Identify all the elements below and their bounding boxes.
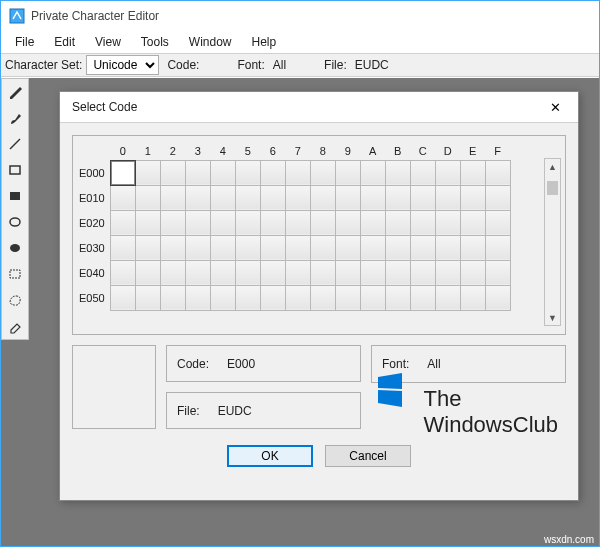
menu-window[interactable]: Window	[179, 33, 242, 51]
grid-cell[interactable]	[435, 210, 460, 235]
grid-cell[interactable]	[160, 285, 185, 310]
grid-cell[interactable]	[260, 260, 285, 285]
grid-cell[interactable]	[235, 160, 260, 185]
grid-cell[interactable]	[335, 285, 360, 310]
grid-cell[interactable]	[210, 235, 235, 260]
grid-cell[interactable]	[485, 260, 510, 285]
grid-cell[interactable]	[460, 285, 485, 310]
grid-cell[interactable]	[410, 210, 435, 235]
grid-cell[interactable]	[235, 210, 260, 235]
tool-ellipse-fill[interactable]	[2, 235, 28, 261]
grid-cell[interactable]	[410, 235, 435, 260]
grid-cell[interactable]	[285, 285, 310, 310]
grid-cell[interactable]	[135, 210, 160, 235]
grid-cell[interactable]	[135, 260, 160, 285]
grid-cell[interactable]	[110, 260, 135, 285]
tool-select-rect[interactable]	[2, 261, 28, 287]
grid-cell[interactable]	[235, 260, 260, 285]
grid-cell[interactable]	[460, 160, 485, 185]
grid-cell[interactable]	[335, 235, 360, 260]
grid-cell[interactable]	[310, 160, 335, 185]
grid-cell[interactable]	[210, 260, 235, 285]
grid-cell[interactable]	[310, 235, 335, 260]
grid-cell[interactable]	[110, 235, 135, 260]
grid-cell[interactable]	[335, 210, 360, 235]
grid-cell[interactable]	[435, 260, 460, 285]
grid-cell[interactable]	[360, 285, 385, 310]
grid-cell[interactable]	[385, 185, 410, 210]
grid-cell[interactable]	[160, 160, 185, 185]
grid-cell[interactable]	[310, 260, 335, 285]
menu-edit[interactable]: Edit	[44, 33, 85, 51]
grid-cell[interactable]	[110, 160, 135, 185]
grid-cell[interactable]	[185, 210, 210, 235]
grid-cell[interactable]	[110, 185, 135, 210]
tool-pencil[interactable]	[2, 79, 28, 105]
grid-cell[interactable]	[335, 160, 360, 185]
grid-cell[interactable]	[285, 185, 310, 210]
grid-cell[interactable]	[210, 210, 235, 235]
grid-cell[interactable]	[410, 185, 435, 210]
tool-brush[interactable]	[2, 105, 28, 131]
grid-cell[interactable]	[435, 160, 460, 185]
grid-cell[interactable]	[435, 185, 460, 210]
scroll-thumb[interactable]	[547, 181, 558, 195]
grid-cell[interactable]	[360, 260, 385, 285]
scroll-down-icon[interactable]: ▼	[545, 310, 560, 325]
grid-cell[interactable]	[460, 235, 485, 260]
grid-cell[interactable]	[160, 260, 185, 285]
tool-ellipse-outline[interactable]	[2, 209, 28, 235]
cancel-button[interactable]: Cancel	[325, 445, 411, 467]
grid-cell[interactable]	[360, 185, 385, 210]
grid-cell[interactable]	[460, 185, 485, 210]
ok-button[interactable]: OK	[227, 445, 313, 467]
grid-cell[interactable]	[260, 285, 285, 310]
grid-cell[interactable]	[160, 185, 185, 210]
grid-cell[interactable]	[185, 160, 210, 185]
grid-cell[interactable]	[235, 185, 260, 210]
grid-cell[interactable]	[210, 160, 235, 185]
grid-cell[interactable]	[135, 160, 160, 185]
grid-cell[interactable]	[410, 285, 435, 310]
tool-rect-outline[interactable]	[2, 157, 28, 183]
grid-cell[interactable]	[285, 260, 310, 285]
scroll-up-icon[interactable]: ▲	[545, 159, 560, 174]
grid-cell[interactable]	[310, 285, 335, 310]
grid-cell[interactable]	[385, 235, 410, 260]
grid-cell[interactable]	[160, 235, 185, 260]
menu-help[interactable]: Help	[242, 33, 287, 51]
grid-cell[interactable]	[435, 285, 460, 310]
grid-cell[interactable]	[460, 210, 485, 235]
grid-cell[interactable]	[260, 185, 285, 210]
grid-cell[interactable]	[410, 160, 435, 185]
grid-cell[interactable]	[110, 210, 135, 235]
grid-cell[interactable]	[485, 235, 510, 260]
grid-cell[interactable]	[385, 285, 410, 310]
grid-cell[interactable]	[360, 235, 385, 260]
tool-select-free[interactable]	[2, 287, 28, 313]
grid-cell[interactable]	[260, 235, 285, 260]
grid-cell[interactable]	[260, 160, 285, 185]
grid-cell[interactable]	[235, 285, 260, 310]
grid-cell[interactable]	[285, 210, 310, 235]
grid-cell[interactable]	[135, 235, 160, 260]
grid-cell[interactable]	[235, 235, 260, 260]
grid-cell[interactable]	[310, 210, 335, 235]
grid-cell[interactable]	[385, 210, 410, 235]
grid-cell[interactable]	[385, 260, 410, 285]
grid-cell[interactable]	[485, 285, 510, 310]
grid-scrollbar[interactable]: ▲ ▼	[544, 158, 561, 326]
grid-cell[interactable]	[135, 185, 160, 210]
grid-cell[interactable]	[360, 210, 385, 235]
grid-cell[interactable]	[285, 235, 310, 260]
tool-eraser[interactable]	[2, 313, 28, 339]
grid-cell[interactable]	[110, 285, 135, 310]
menu-view[interactable]: View	[85, 33, 131, 51]
close-icon[interactable]: ✕	[538, 95, 572, 119]
grid-cell[interactable]	[485, 185, 510, 210]
grid-cell[interactable]	[485, 210, 510, 235]
grid-cell[interactable]	[335, 260, 360, 285]
grid-cell[interactable]	[185, 260, 210, 285]
grid-cell[interactable]	[310, 185, 335, 210]
grid-cell[interactable]	[435, 235, 460, 260]
